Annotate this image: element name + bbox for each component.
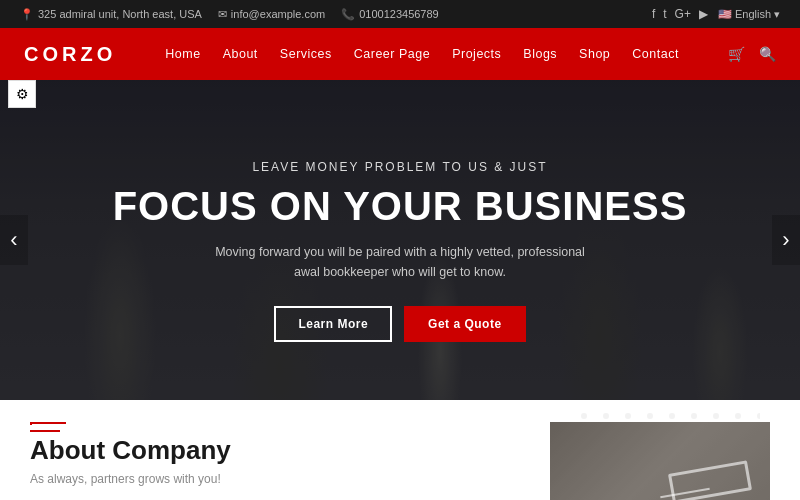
email-info: ✉ info@example.com — [218, 8, 325, 21]
about-subtitle: As always, partners grows with you! — [30, 472, 400, 486]
next-slide-button[interactable]: › — [772, 215, 800, 265]
youtube-icon[interactable]: ▶ — [699, 7, 708, 21]
nav-blogs[interactable]: Blogs — [523, 47, 557, 61]
nav-home[interactable]: Home — [165, 47, 200, 61]
twitter-icon[interactable]: t — [663, 7, 666, 21]
prev-slide-button[interactable]: ‹ — [0, 215, 28, 265]
top-bar-social: f t G+ ▶ 🇺🇸 English ▾ — [652, 7, 780, 21]
cart-icon[interactable]: 🛒 — [728, 46, 745, 62]
nav-icons[interactable]: 🛒 🔍 — [728, 46, 776, 62]
address-info: 📍 325 admiral unit, North east, USA — [20, 8, 202, 21]
facebook-icon[interactable]: f — [652, 7, 655, 21]
hero-description: Moving forward you will be paired with a… — [210, 242, 590, 282]
about-accent-bar — [30, 422, 66, 425]
top-bar-contact: 📍 325 admiral unit, North east, USA ✉ in… — [20, 8, 439, 21]
about-image — [550, 422, 770, 500]
nav-career[interactable]: Career Page — [354, 47, 430, 61]
nav-projects[interactable]: Projects — [452, 47, 501, 61]
hero-buttons: Learn More Get a Quote — [0, 306, 800, 342]
search-icon[interactable]: 🔍 — [759, 46, 776, 62]
main-nav: Home About Services Career Page Projects… — [165, 47, 679, 61]
get-quote-button[interactable]: Get a Quote — [404, 306, 526, 342]
top-bar: 📍 325 admiral unit, North east, USA ✉ in… — [0, 0, 800, 28]
nav-services[interactable]: Services — [280, 47, 332, 61]
about-title: About Company — [30, 435, 400, 466]
nav-shop[interactable]: Shop — [579, 47, 610, 61]
phone-icon: 📞 — [341, 8, 355, 21]
header: CORZO Home About Services Career Page Pr… — [0, 28, 800, 80]
hero-section: ‹ LEAVE MONEY PROBLEM TO US & JUST FOCUS… — [0, 80, 800, 400]
social-links[interactable]: f t G+ ▶ — [652, 7, 708, 21]
nav-about[interactable]: About — [223, 47, 258, 61]
about-text: About Company As always, partners grows … — [30, 422, 400, 486]
learn-more-button[interactable]: Learn More — [274, 306, 392, 342]
logo: CORZO — [24, 43, 116, 66]
settings-button[interactable]: ⚙ — [8, 80, 36, 108]
chevron-down-icon: ▾ — [774, 8, 780, 21]
phone-info: 📞 0100123456789 — [341, 8, 439, 21]
google-plus-icon[interactable]: G+ — [675, 7, 691, 21]
flag-icon: 🇺🇸 — [718, 8, 732, 21]
language-selector[interactable]: 🇺🇸 English ▾ — [718, 8, 780, 21]
about-image-area — [400, 422, 770, 500]
about-section: About Company As always, partners grows … — [0, 400, 800, 500]
email-icon: ✉ — [218, 8, 227, 21]
hero-content: LEAVE MONEY PROBLEM TO US & JUST FOCUS O… — [0, 80, 800, 342]
hero-subtitle: LEAVE MONEY PROBLEM TO US & JUST — [0, 160, 800, 174]
pin-icon: 📍 — [20, 8, 34, 21]
nav-contact[interactable]: Contact — [632, 47, 679, 61]
hero-title: FOCUS ON YOUR BUSINESS — [0, 184, 800, 228]
